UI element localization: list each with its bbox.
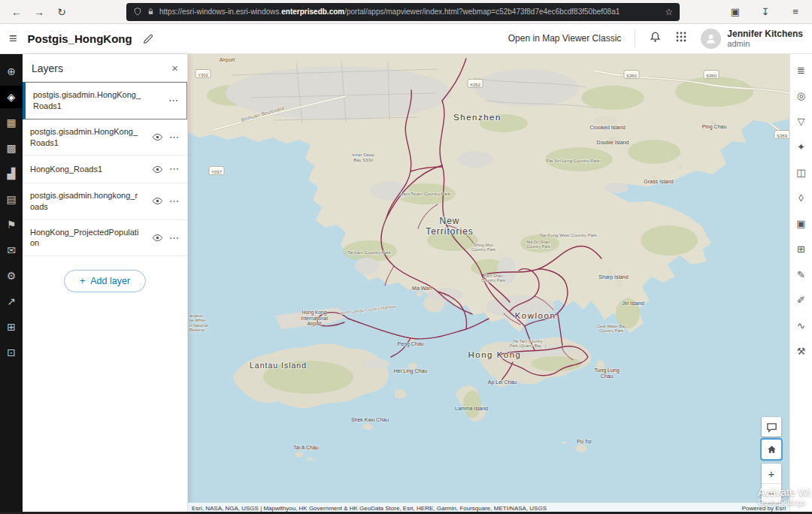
print-icon[interactable]: ⊡ xyxy=(0,341,23,364)
layer-item[interactable]: HongKong_Roads1⋯ xyxy=(23,156,187,183)
map-label: Shing MunCountry Park xyxy=(471,243,495,252)
map-canvas[interactable]: Y302X252S360S360S359Y037 AirportShenzhen… xyxy=(188,54,789,514)
apps-icon[interactable]: ⊞ xyxy=(0,316,23,338)
open-in-classic-link[interactable]: Open in Map Viewer Classic xyxy=(508,33,622,44)
bookmarks-icon[interactable]: ⚑ xyxy=(0,213,23,236)
map-label: Airport xyxy=(220,57,235,63)
toggle-visibility-button[interactable] xyxy=(152,164,163,175)
map-label: Pat Sin Leng Country Park xyxy=(546,159,600,163)
po-toi-islet xyxy=(562,441,566,444)
add-layer-button[interactable]: + Add layer xyxy=(64,270,146,292)
feedback-button[interactable] xyxy=(762,417,781,437)
map-label: Shek Kwu Chau xyxy=(351,417,389,422)
charts-icon[interactable]: ▟ xyxy=(0,162,23,185)
url-text: https://esri-windows-in.esri-windows.ent… xyxy=(159,8,620,16)
layer-options-button[interactable]: ⋯ xyxy=(169,162,180,176)
share-icon[interactable]: ↗ xyxy=(0,290,23,313)
popups-icon[interactable]: ▣ xyxy=(793,215,810,231)
route-shield-label: S360 xyxy=(626,74,638,78)
route-shield-label: Y037 xyxy=(211,170,223,174)
layers-icon[interactable]: ◈ xyxy=(0,86,23,108)
map-label: Tai A Chau xyxy=(293,445,319,450)
filter-icon[interactable]: ▽ xyxy=(793,113,810,129)
map-properties-icon[interactable]: ⚙ xyxy=(0,265,23,287)
user-name: Jennifer Kitchens xyxy=(727,29,803,39)
app-launcher-grid-icon[interactable] xyxy=(675,31,687,46)
home-icon xyxy=(766,444,777,455)
save-map-icon[interactable]: ✉ xyxy=(0,239,23,262)
layer-options-button[interactable]: ⋯ xyxy=(169,195,180,208)
home-button[interactable] xyxy=(762,440,781,459)
layer-name: postgis.gisadmin.HongKong_Roads1 xyxy=(33,89,144,112)
layer-controls: ⋯ xyxy=(152,131,180,144)
layer-item[interactable]: HongKong_ProjectedPopulation⋯ xyxy=(23,220,187,257)
legend-icon[interactable]: ▤ xyxy=(0,188,23,210)
ma-wan-island xyxy=(417,292,423,297)
bookmark-star-icon[interactable]: ☆ xyxy=(665,7,673,17)
toggle-visibility-button[interactable] xyxy=(152,195,163,207)
layer-item[interactable]: postgis.gisadmin.hongkong_roads⋯ xyxy=(23,183,187,220)
layer-name: postgis.gisadmin.hongkong_roads xyxy=(30,190,141,213)
map-label: Po Toi xyxy=(577,439,592,444)
route-shield-label: S359 xyxy=(777,134,788,138)
toggle-visibility-button[interactable] xyxy=(152,132,163,143)
map-label: Crooked Island xyxy=(589,125,625,130)
forward-icon[interactable]: → xyxy=(30,3,48,21)
aggregation-icon[interactable]: ◫ xyxy=(793,164,810,180)
layer-controls: ⋯ xyxy=(168,94,179,107)
layer-item[interactable]: postgis.gisadmin.HongKong_Roads1⋯ xyxy=(23,82,187,119)
app-header: ≡ Postgis_HongKong Open in Map Viewer Cl… xyxy=(0,24,812,54)
toggle-visibility-button[interactable] xyxy=(152,232,163,243)
add-new-icon[interactable]: ⊕ xyxy=(0,60,23,83)
utility-icon[interactable]: ⚒ xyxy=(793,343,810,359)
zoom-in-button[interactable]: + xyxy=(762,464,781,483)
fields-icon[interactable]: ⊞ xyxy=(793,240,810,257)
visibility-eye-icon xyxy=(152,164,163,175)
app-menu-icon[interactable]: ≡ xyxy=(786,3,804,21)
basemap-icon[interactable]: ▩ xyxy=(0,137,23,159)
route-shield-label: S360 xyxy=(706,74,717,78)
properties-icon[interactable]: ≣ xyxy=(793,62,810,78)
map-label: Ma On ShanCountry Park xyxy=(526,240,550,249)
map-label: Sai Kung West Country Park xyxy=(540,233,598,237)
address-bar[interactable]: https://esri-windows-in.esri-windows.ent… xyxy=(126,3,680,21)
notifications-bell-icon[interactable] xyxy=(649,31,662,47)
layer-options-button[interactable]: ⋯ xyxy=(169,231,180,245)
close-panel-icon[interactable]: × xyxy=(171,65,178,72)
reload-icon[interactable]: ↻ xyxy=(53,3,71,21)
url-path: /portal/apps/mapviewer/index.html?webmap… xyxy=(344,8,620,16)
effects-icon[interactable]: ✦ xyxy=(793,138,810,155)
map-label: Tai Lam Country Park xyxy=(347,250,392,255)
back-icon[interactable]: ← xyxy=(8,3,26,21)
webmap-title: Postgis_HongKong xyxy=(28,32,132,45)
hamburger-menu-icon[interactable]: ≡ xyxy=(9,31,17,47)
charts-side-icon[interactable]: ∿ xyxy=(793,317,810,334)
layer-options-button[interactable]: ⋯ xyxy=(168,94,179,107)
tables-icon[interactable]: ▦ xyxy=(0,111,23,134)
layer-options-button[interactable]: ⋯ xyxy=(169,131,180,144)
lock-icon[interactable] xyxy=(147,7,155,17)
powered-by-esri: Powered by Esri xyxy=(742,505,786,512)
map-label: Kowloon xyxy=(515,311,556,320)
layer-item[interactable]: postgis.gisadmin.HongKong_Roads1⋯ xyxy=(23,119,187,156)
styles-icon[interactable]: ✎ xyxy=(793,266,810,283)
map-label: Jin Island xyxy=(622,301,644,306)
save-page-icon[interactable]: ▣ xyxy=(726,3,744,21)
browser-nav-icons: ←→↻ xyxy=(8,3,71,21)
browse-layers-icon[interactable]: ◎ xyxy=(793,87,810,104)
user-menu[interactable]: Jennifer Kitchens admin xyxy=(701,29,803,50)
map-label: Clear Water BayCountry Park xyxy=(596,324,626,333)
zoom-out-button[interactable]: − xyxy=(762,483,781,503)
map-label: Sharp Island xyxy=(598,274,628,280)
edit-title-button[interactable] xyxy=(143,34,153,44)
labels-icon[interactable]: ◊ xyxy=(793,189,810,206)
tracking-shield-icon[interactable] xyxy=(133,7,142,17)
pencil-icon xyxy=(143,34,153,44)
sketch-icon[interactable]: ✐ xyxy=(793,292,810,308)
downloads-icon[interactable]: ↧ xyxy=(756,3,774,21)
url-scheme-host: https://esri-windows-in.esri-windows. xyxy=(159,8,281,16)
shek-kwu-chau-island xyxy=(362,424,373,430)
right-tool-rail: ≣◎▽✦◫◊▣⊞✎✐∿⚒ xyxy=(789,54,812,514)
speech-bubble-icon xyxy=(766,422,777,433)
map-label: Ma Wan xyxy=(412,286,432,291)
